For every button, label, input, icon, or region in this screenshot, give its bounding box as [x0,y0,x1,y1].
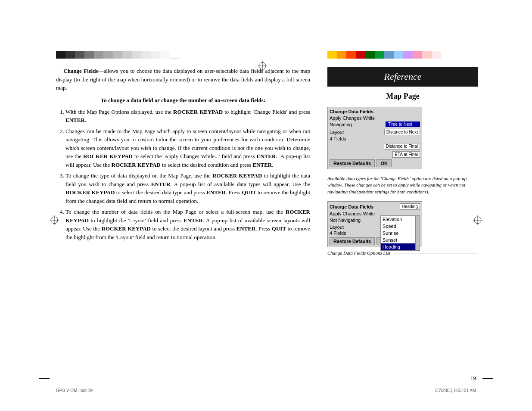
crop-mark-bl-h [39,378,50,379]
dialog1-fields-label: 4 Fields [330,136,346,141]
color-bar-left [56,51,207,59]
dialog1-container: Change Data Fields Apply Changes While N… [327,107,478,173]
caption2: Change Data Fields Options List [327,250,390,256]
left-column: Change Fields—allows you to choose the d… [56,67,310,245]
dialog1-ok-btn[interactable]: OK [376,159,392,167]
dialog2: Change Data Fields Heading Apply Changes… [327,201,422,247]
dialog1: Change Data Fields Apply Changes While N… [327,107,422,169]
dropdown-item-speed[interactable]: Speed [381,223,420,230]
dialog1-title: Change Data Fields [330,109,373,114]
step-2: Changes can be made to the Map Page whic… [65,127,310,169]
change-fields-bold: Change Fields [63,68,98,74]
crop-mark-bl-v [39,368,39,379]
steps-list: With the Map Page Options displayed, use… [56,108,310,242]
dialog1-distance-next: Distance to Next [384,129,420,135]
step-4: To change the number of data fields on t… [65,208,310,241]
dropdown-item-elevation[interactable]: Elevation [381,216,420,223]
reference-header: Reference [327,67,478,87]
crop-mark-tl-h [39,39,50,39]
dialog2-row1-label: Apply Changes While [330,211,375,216]
dialog2-layout-label: Layout [330,224,344,230]
crop-mark-tl-v [39,39,39,50]
crop-mark-tr-h [482,39,493,39]
map-page-label: Map Page [386,92,419,100]
dropdown-item-sunset[interactable]: Sunset [381,237,420,243]
right-column: Reference Map Page Change Data Fields Ap… [327,67,478,257]
color-bar-right [327,51,448,59]
dropdown-item-sunrise[interactable]: Sunrise [381,230,420,237]
caption-line-hr [394,253,478,253]
step-3: To change the type of data displayed on … [65,171,310,205]
dialog1-eta: ETA at Final [392,151,420,158]
dialog1-distance-final: Distance to Final [384,143,420,149]
left-col-divider [56,65,310,65]
dialog1-navigating-label: Navigating [330,122,352,127]
dialog1-layout-label: Layout [330,130,344,135]
dialog2-fields-label: 4 Fields [330,230,346,236]
dropdown-list: Elevation Speed Sunrise Sunset Heading [380,215,420,251]
dialog1-row1-label: Apply Changes While [330,115,375,121]
dialog1-row1-value[interactable]: Time to Next [386,121,420,127]
dialog1-restore-btn[interactable]: Restore Defaults [330,159,375,167]
dialog2-title: Change Data Fields [330,204,373,209]
dropdown-scrollbar[interactable] [415,216,420,250]
page-number: 19 [470,375,476,382]
caption1: Available data types for the 'Change Fie… [327,175,478,195]
crop-mark-tr-v [493,39,493,50]
dialog2-restore-btn[interactable]: Restore Defaults [330,237,375,245]
crop-mark-br-h [482,378,493,379]
dialog2-not-nav-label: Not Navigating [330,218,361,223]
caption2-container: Change Data Fields Options List [327,250,478,256]
crop-mark-br-v [493,368,493,379]
dropdown-item-heading[interactable]: Heading [381,243,420,250]
reference-label: Reference [384,71,421,82]
step-1: With the Map Page Options displayed, use… [65,108,310,125]
intro-paragraph: Change Fields—allows you to choose the d… [56,67,310,92]
dialog2-wrapper: Change Data Fields Heading Apply Changes… [327,201,478,247]
map-page-heading: Map Page [327,92,478,101]
footer-left: GPS V OM.indd 19 [56,388,93,393]
dialog2-right-label: Heading [400,203,420,210]
section-heading: To change a data field or change the num… [56,97,310,104]
footer-right: 5/7/2003, 8:53:01 AM [435,388,476,393]
